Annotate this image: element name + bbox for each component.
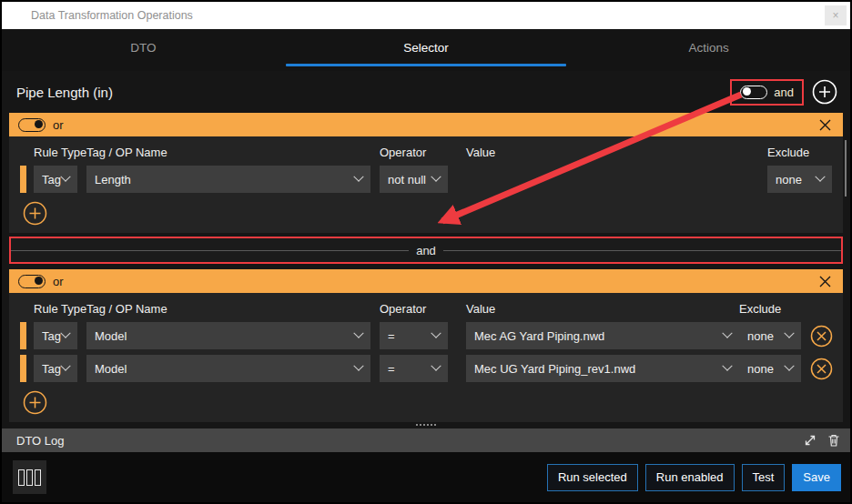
remove-rule-button[interactable]	[810, 325, 833, 348]
operator-select[interactable]: not null	[380, 166, 448, 193]
and-toggle-label: and	[774, 86, 794, 99]
add-group-button[interactable]	[812, 79, 837, 105]
log-resize-handle[interactable]	[416, 424, 436, 426]
tab-selector[interactable]: Selector	[285, 29, 568, 71]
group1-column-headers: Rule Type Tag / OP Name Operator Value E…	[20, 142, 834, 162]
columns-icon	[18, 469, 25, 486]
group1-remove-button[interactable]	[818, 118, 832, 132]
group1-or-bar: or	[9, 113, 843, 136]
group1-or-toggle[interactable]	[18, 118, 46, 132]
group2-add-rule-button[interactable]	[23, 390, 47, 415]
chevron-down-icon	[784, 328, 794, 338]
and-toggle[interactable]	[740, 86, 767, 99]
chevron-down-icon	[353, 328, 363, 338]
group1-rule-row: Tag Length not null none	[20, 166, 834, 193]
columns-view-button[interactable]	[13, 460, 46, 494]
chevron-down-icon	[431, 172, 441, 182]
rule-type-select[interactable]: Tag	[34, 355, 77, 382]
circle-x-icon	[810, 358, 833, 380]
plus-icon	[23, 201, 47, 226]
dto-log-title: DTO Log	[16, 434, 65, 448]
save-button[interactable]: Save	[792, 464, 841, 491]
group1-panel: Rule Type Tag / OP Name Operator Value E…	[9, 136, 843, 233]
operator-select[interactable]: =	[380, 322, 448, 349]
close-x-icon	[818, 275, 832, 288]
tab-actions[interactable]: Actions	[567, 29, 850, 71]
active-tab-underline	[286, 64, 566, 66]
run-enabled-button[interactable]: Run enabled	[645, 464, 735, 491]
chevron-down-icon	[431, 361, 441, 371]
remove-rule-button[interactable]	[810, 358, 833, 380]
group1-add-rule-button[interactable]	[23, 201, 47, 226]
selector-header: Pipe Length (in) and	[2, 71, 850, 113]
exclude-select[interactable]: none	[767, 166, 832, 193]
chevron-down-icon	[60, 361, 70, 371]
group1-or-label: or	[53, 118, 64, 132]
test-button[interactable]: Test	[742, 464, 786, 491]
chevron-down-icon	[722, 328, 732, 338]
close-icon: ×	[832, 9, 838, 22]
group2-or-bar: or	[9, 269, 843, 293]
close-x-icon	[818, 118, 832, 132]
chevron-down-icon	[431, 328, 441, 338]
expand-icon	[803, 433, 817, 448]
chevron-down-icon	[815, 172, 825, 182]
chevron-down-icon	[353, 172, 363, 182]
dialog-window: Data Transformation Operations × DTO Sel…	[0, 0, 852, 504]
group2-panel: Rule Type Tag / OP Name Operator Value E…	[9, 293, 843, 422]
close-button[interactable]: ×	[825, 5, 847, 25]
group2-column-headers: Rule Type Tag / OP Name Operator Value E…	[20, 298, 834, 318]
rule-type-select[interactable]: Tag	[34, 166, 77, 193]
toggle-knob	[35, 120, 43, 128]
window-title: Data Transformation Operations	[31, 9, 193, 22]
rule-marker	[20, 166, 26, 193]
clear-log-button[interactable]	[827, 433, 841, 448]
operator-select[interactable]: =	[380, 355, 448, 382]
value-select[interactable]: Mec UG Yard Piping_rev1.nwd	[466, 355, 739, 382]
group-join-divider: and	[9, 237, 843, 264]
group2-or-toggle[interactable]	[18, 275, 46, 288]
and-toggle-annotation-box: and	[730, 79, 804, 106]
exclude-select[interactable]: none	[739, 322, 801, 349]
toggle-knob	[35, 277, 43, 285]
rule-type-select[interactable]: Tag	[34, 322, 77, 349]
scrollbar-thumb[interactable]	[845, 140, 847, 197]
group2-rule-row-2: Tag Model = Mec UG Yard Piping_rev1.nwd …	[20, 355, 834, 382]
rule-marker	[20, 355, 26, 382]
tag-op-select[interactable]: Model	[86, 355, 370, 382]
divider-label: and	[416, 244, 436, 257]
chevron-down-icon	[722, 361, 732, 371]
toggle-knob	[743, 87, 751, 96]
title-bar: Data Transformation Operations ×	[2, 2, 850, 29]
trash-icon	[827, 433, 841, 448]
expand-log-button[interactable]	[803, 433, 817, 448]
tab-bar: DTO Selector Actions	[2, 29, 850, 71]
plus-icon	[812, 79, 837, 105]
tab-dto[interactable]: DTO	[2, 29, 285, 71]
group2-remove-button[interactable]	[818, 275, 832, 288]
chevron-down-icon	[353, 361, 363, 371]
chevron-down-icon	[784, 361, 794, 371]
dto-log-bar: DTO Log	[2, 428, 850, 452]
tag-op-select[interactable]: Length	[86, 166, 370, 193]
group2-rule-row-1: Tag Model = Mec AG Yard Piping.nwd none	[20, 322, 834, 349]
exclude-select[interactable]: none	[739, 355, 801, 382]
run-selected-button[interactable]: Run selected	[547, 464, 638, 491]
selector-title: Pipe Length (in)	[16, 85, 113, 100]
plus-icon	[23, 390, 47, 415]
chevron-down-icon	[60, 172, 70, 182]
footer-bar: Run selected Run enabled Test Save	[2, 452, 850, 502]
chevron-down-icon	[60, 328, 70, 338]
rule-marker	[20, 322, 26, 349]
tag-op-select[interactable]: Model	[86, 322, 370, 349]
circle-x-icon	[810, 325, 833, 348]
value-select[interactable]: Mec AG Yard Piping.nwd	[466, 322, 739, 349]
group2-or-label: or	[53, 275, 64, 288]
